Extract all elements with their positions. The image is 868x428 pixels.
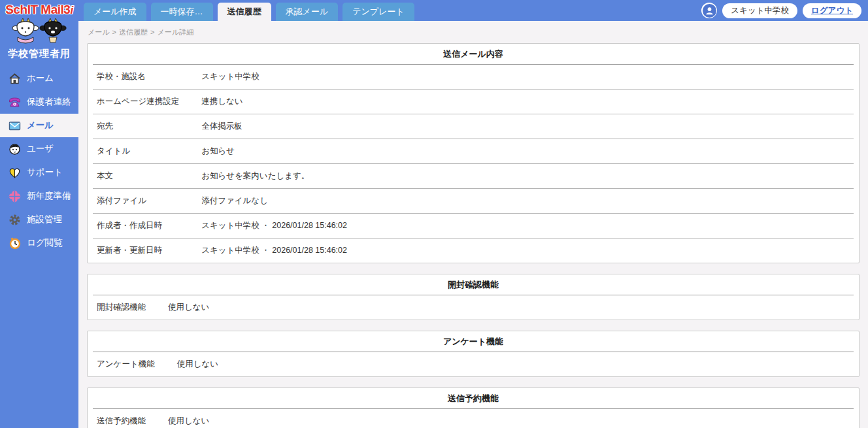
table-row: 学校・施設名 スキット中学校 (93, 65, 854, 90)
breadcrumb-separator: > (112, 28, 116, 36)
breadcrumb-mail-detail: メール詳細 (157, 28, 193, 36)
table-row: ホームページ連携設定 連携しない (93, 90, 854, 114)
table-row: 宛先 全体掲示板 (93, 114, 854, 139)
row-label: ホームページ連携設定 (93, 90, 197, 114)
tab-template[interactable]: テンプレート (342, 3, 414, 21)
logo-text: SchIT Mail3i (0, 3, 78, 17)
section-card-sent-mail-content: 送信メール内容 学校・施設名 スキット中学校 ホームページ連携設定 連携しない … (87, 43, 860, 263)
row-label: 宛先 (93, 114, 197, 139)
breadcrumb-send-history[interactable]: 送信履歴 (119, 28, 148, 36)
row-value: 使用しない (164, 409, 854, 428)
sidebar: SchIT Mail3i 学校管理者 (0, 0, 78, 428)
detail-table: 学校・施設名 スキット中学校 ホームページ連携設定 連携しない 宛先 全体掲示板… (93, 65, 854, 263)
row-label: 送信予約機能 (93, 409, 164, 428)
table-row: タイトル お知らせ (93, 139, 854, 164)
goat-mascots-image (8, 18, 70, 46)
tab-approval-mail[interactable]: 承認メール (276, 3, 339, 21)
row-label: 更新者・更新日時 (93, 239, 197, 263)
user-icon (8, 143, 21, 156)
sidebar-item-label: メール (27, 120, 54, 131)
logout-link[interactable]: ログアウト (803, 3, 861, 18)
detail-table: 開封確認機能 使用しない (93, 295, 854, 320)
sidebar-item-label: ユーザ (27, 143, 54, 155)
section-title: 送信メール内容 (93, 44, 854, 65)
heart-icon (8, 167, 21, 179)
current-school-badge: スキット中学校 (722, 3, 797, 18)
user-box: スキット中学校 ログアウト (701, 0, 868, 21)
section-title: 開封確認機能 (93, 274, 854, 295)
sidebar-item-label: 新年度準備 (27, 190, 71, 202)
person-icon (703, 4, 716, 18)
detail-table: 送信予約機能 使用しない (93, 409, 854, 428)
gear-icon (8, 214, 21, 226)
sidebar-item-label: 保護者連絡 (27, 96, 71, 108)
row-label: 開封確認機能 (93, 295, 164, 320)
sidebar-item-user[interactable]: ユーザ (0, 137, 78, 161)
sidebar-item-label: サポート (27, 167, 63, 178)
row-value: お知らせを案内いたします。 (197, 164, 854, 189)
sidebar-item-label: 施設管理 (27, 214, 62, 225)
row-label: 本文 (93, 164, 197, 189)
table-row: 作成者・作成日時 スキット中学校 ・ 2026/01/28 15:46:02 (93, 214, 854, 239)
table-row: 更新者・更新日時 スキット中学校 ・ 2026/01/28 15:46:02 (93, 239, 854, 263)
row-label: 添付ファイル (93, 189, 197, 214)
tab-bar: メール作成 一時保存… 送信履歴 承認メール テンプレート (78, 0, 414, 21)
row-label: アンケート機能 (93, 352, 173, 376)
sidebar-item-label: ホーム (27, 73, 54, 84)
sidebar-item-facility-management[interactable]: 施設管理 (0, 208, 78, 231)
main-area: メール作成 一時保存… 送信履歴 承認メール テンプレート スキット中学校 ログ… (78, 0, 868, 428)
tab-send-history[interactable]: 送信履歴 (218, 3, 271, 21)
section-title: アンケート機能 (93, 331, 854, 352)
phone-icon (8, 96, 21, 108)
sidebar-item-parent-contact[interactable]: 保護者連絡 (0, 90, 78, 114)
row-label: 作成者・作成日時 (93, 214, 197, 239)
row-value: スキット中学校 (197, 65, 854, 90)
app-window: SchIT Mail3i 学校管理者 (0, 0, 868, 428)
tab-draft[interactable]: 一時保存… (151, 3, 213, 21)
breadcrumb-mail[interactable]: メール (88, 28, 110, 36)
tab-mail-create[interactable]: メール作成 (84, 3, 146, 21)
row-label: 学校・施設名 (93, 65, 197, 90)
row-value: 使用しない (173, 352, 854, 376)
mail-icon (8, 120, 21, 132)
detail-table: アンケート機能 使用しない (93, 352, 854, 376)
breadcrumb-separator: > (150, 28, 154, 36)
breadcrumb: メール>送信履歴>メール詳細 (88, 27, 860, 37)
table-row: 開封確認機能 使用しない (93, 295, 854, 320)
sidebar-item-mail[interactable]: メール (0, 114, 78, 137)
row-value: 全体掲示板 (197, 114, 854, 139)
sidebar-item-support[interactable]: サポート (0, 161, 78, 184)
sidebar-nav: ホーム 保護者連絡 メール ユーザ (0, 67, 78, 255)
clock-icon (8, 237, 21, 250)
section-card-open-confirmation: 開封確認機能 開封確認機能 使用しない (87, 274, 860, 320)
row-label: タイトル (93, 139, 197, 164)
page-content: メール>送信履歴>メール詳細 送信メール内容 学校・施設名 スキット中学校 ホー… (78, 21, 868, 428)
section-card-send-reservation: 送信予約機能 送信予約機能 使用しない (87, 387, 860, 428)
sidebar-item-label: ログ閲覧 (27, 237, 63, 249)
table-row: アンケート機能 使用しない (93, 352, 854, 376)
role-label: 学校管理者用 (0, 46, 78, 67)
table-row: 本文 お知らせを案内いたします。 (93, 164, 854, 189)
row-value: スキット中学校 ・ 2026/01/28 15:46:02 (197, 214, 854, 239)
row-value: 使用しない (164, 295, 854, 320)
row-value: スキット中学校 ・ 2026/01/28 15:46:02 (197, 239, 854, 263)
sidebar-item-new-year-prep[interactable]: 新年度準備 (0, 184, 78, 208)
table-row: 送信予約機能 使用しない (93, 409, 854, 428)
row-value: お知らせ (197, 139, 854, 164)
row-value: 添付ファイルなし (197, 189, 854, 214)
home-icon (8, 73, 21, 85)
sidebar-item-home[interactable]: ホーム (0, 67, 78, 90)
user-avatar[interactable] (701, 3, 717, 18)
sidebar-item-log-view[interactable]: ログ閲覧 (0, 231, 78, 255)
clover-icon (8, 190, 21, 203)
app-logo[interactable]: SchIT Mail3i 学校管理者 (0, 0, 78, 67)
topbar: メール作成 一時保存… 送信履歴 承認メール テンプレート スキット中学校 ログ… (78, 0, 868, 21)
table-row: 添付ファイル 添付ファイルなし (93, 189, 854, 214)
section-card-survey: アンケート機能 アンケート機能 使用しない (87, 331, 860, 377)
row-value: 連携しない (197, 90, 854, 114)
section-title: 送信予約機能 (93, 388, 854, 409)
